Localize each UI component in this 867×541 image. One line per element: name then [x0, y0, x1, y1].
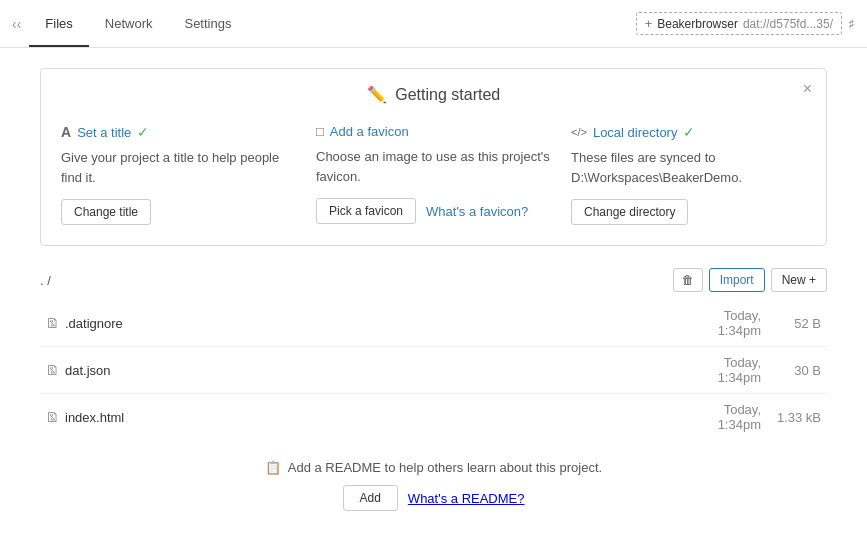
readme-actions: Add What's a README?	[0, 485, 867, 511]
file-section: . / 🗑 Import New + 🖻 .datignore Today, 1…	[40, 262, 827, 440]
add-favicon-actions: Pick a favicon What's a favicon?	[316, 198, 551, 224]
site-name: Beakerbrowser	[657, 17, 738, 31]
set-title-label: Set a title	[77, 125, 131, 140]
pencil-icon: ✏️	[367, 86, 387, 103]
url-text: dat://d575fd...35/	[743, 17, 833, 31]
file-toolbar: . / 🗑 Import New +	[40, 262, 827, 298]
trash-button[interactable]: 🗑	[673, 268, 703, 292]
breadcrumb: . /	[40, 273, 51, 288]
url-box[interactable]: + Beakerbrowser dat://d575fd...35/	[636, 12, 842, 35]
file-name-text: dat.json	[65, 363, 111, 378]
card-add-favicon-header: □ Add a favicon	[316, 124, 551, 139]
readme-text: Add a README to help others learn about …	[288, 460, 602, 475]
add-favicon-desc: Choose an image to use as this project's…	[316, 147, 551, 186]
panel-title: ✏️ Getting started	[61, 85, 806, 104]
new-button[interactable]: New +	[771, 268, 827, 292]
topbar: ‹‹ Files Network Settings + Beakerbrowse…	[0, 0, 867, 48]
table-row[interactable]: 🖻 dat.json Today, 1:34pm 30 B	[40, 347, 827, 394]
favicon-icon: □	[316, 124, 324, 139]
card-add-favicon: □ Add a favicon Choose an image to use a…	[316, 124, 551, 225]
table-row[interactable]: 🖻 .datignore Today, 1:34pm 52 B	[40, 300, 827, 347]
readme-book-icon: 📋	[265, 460, 281, 475]
nav-tabs: Files Network Settings	[29, 2, 635, 46]
readme-section: 📋 Add a README to help others learn abou…	[0, 460, 867, 511]
back-button[interactable]: ‹‹	[12, 16, 21, 32]
file-icon: 🖻	[46, 410, 59, 425]
title-icon: A	[61, 124, 71, 140]
tab-network[interactable]: Network	[89, 2, 169, 47]
file-date: Today, 1:34pm	[712, 347, 767, 394]
file-name-text: index.html	[65, 410, 124, 425]
local-dir-label: Local directory	[593, 125, 678, 140]
local-dir-check: ✓	[683, 124, 695, 140]
file-name-text: .datignore	[65, 316, 123, 331]
change-title-button[interactable]: Change title	[61, 199, 151, 225]
set-title-desc: Give your project a title to help people…	[61, 148, 296, 187]
card-local-directory: </> Local directory ✓ These files are sy…	[571, 124, 806, 225]
tab-settings[interactable]: Settings	[168, 2, 247, 47]
share-icon[interactable]: ♯	[848, 16, 855, 32]
panel-cards: A Set a title ✓ Give your project a titl…	[61, 124, 806, 225]
whats-readme-link[interactable]: What's a README?	[408, 491, 525, 506]
file-icon: 🖻	[46, 316, 59, 331]
local-dir-desc: These files are synced to D:\Workspaces\…	[571, 148, 806, 187]
pick-favicon-button[interactable]: Pick a favicon	[316, 198, 416, 224]
file-size: 1.33 kB	[767, 394, 827, 441]
file-icon: 🖻	[46, 363, 59, 378]
tab-files[interactable]: Files	[29, 2, 88, 47]
card-local-dir-header: </> Local directory ✓	[571, 124, 806, 140]
card-set-title-header: A Set a title ✓	[61, 124, 296, 140]
set-title-check: ✓	[137, 124, 149, 140]
card-set-title: A Set a title ✓ Give your project a titl…	[61, 124, 296, 225]
nav-right: + Beakerbrowser dat://d575fd...35/ ♯	[636, 12, 855, 35]
add-favicon-label: Add a favicon	[330, 124, 409, 139]
code-icon: </>	[571, 126, 587, 138]
file-date: Today, 1:34pm	[712, 300, 767, 347]
local-dir-actions: Change directory	[571, 199, 806, 225]
file-size: 30 B	[767, 347, 827, 394]
file-table: 🖻 .datignore Today, 1:34pm 52 B 🖻 dat.js…	[40, 300, 827, 440]
file-size: 52 B	[767, 300, 827, 347]
getting-started-panel: ✏️ Getting started × A Set a title ✓ Giv…	[40, 68, 827, 246]
set-title-actions: Change title	[61, 199, 296, 225]
change-directory-button[interactable]: Change directory	[571, 199, 688, 225]
add-readme-button[interactable]: Add	[343, 485, 398, 511]
whats-favicon-link[interactable]: What's a favicon?	[426, 204, 528, 219]
file-actions: 🗑 Import New +	[673, 268, 827, 292]
file-date: Today, 1:34pm	[712, 394, 767, 441]
add-site-icon: +	[645, 16, 653, 31]
panel-close-button[interactable]: ×	[803, 81, 812, 97]
import-button[interactable]: Import	[709, 268, 765, 292]
table-row[interactable]: 🖻 index.html Today, 1:34pm 1.33 kB	[40, 394, 827, 441]
trash-icon: 🗑	[682, 273, 694, 287]
